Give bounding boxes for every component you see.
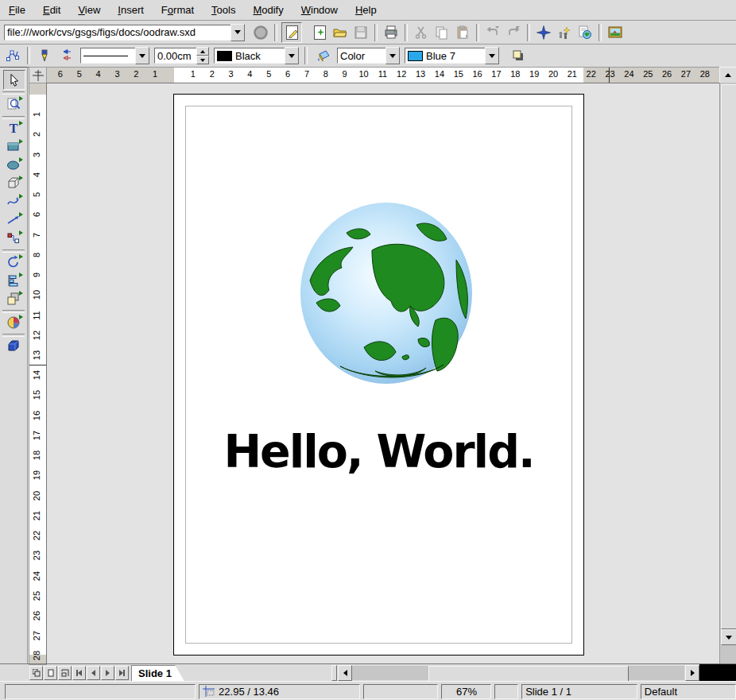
- ruler-tick-label: 3: [224, 69, 238, 79]
- hyperlink-button[interactable]: [575, 23, 595, 42]
- copy-icon: [435, 25, 449, 40]
- vertical-scrollbar-thumb[interactable]: [721, 84, 736, 629]
- page-style-field[interactable]: Default: [641, 684, 736, 699]
- insert-tool-button[interactable]: [3, 313, 24, 331]
- page[interactable]: Hello, World.: [173, 94, 584, 656]
- zoom-button[interactable]: [555, 23, 574, 42]
- scissors-icon: [414, 25, 428, 40]
- ruler-tick-label: 18: [508, 69, 522, 79]
- line-color-dropdown-button[interactable]: [285, 47, 299, 64]
- fill-color-value[interactable]: Blue 7: [405, 48, 485, 64]
- alignment-tool-button[interactable]: [3, 271, 24, 289]
- navigator-button[interactable]: [534, 23, 553, 42]
- line-style-dropdown-button[interactable]: [135, 47, 149, 64]
- menu-file[interactable]: File: [0, 2, 34, 17]
- url-dropdown-button[interactable]: [230, 24, 245, 41]
- ruler-tick-label: 21: [32, 509, 43, 523]
- ruler-tick-label: 28: [698, 69, 712, 79]
- ruler-tick-label: 5: [261, 69, 276, 79]
- curve-tool-button[interactable]: [3, 192, 24, 211]
- new-button[interactable]: [310, 23, 329, 42]
- redo-button[interactable]: [504, 23, 523, 42]
- fill-color-swatch: [408, 51, 423, 61]
- arrange-tool-button[interactable]: [3, 289, 24, 307]
- next-slide-button[interactable]: [101, 666, 114, 680]
- ruler-tick-label: 6: [32, 207, 43, 222]
- copy-button[interactable]: [432, 23, 451, 42]
- ruler-tick-label: 15: [32, 388, 43, 402]
- gallery-button[interactable]: [606, 23, 625, 42]
- view-mode-button-3[interactable]: [58, 666, 72, 680]
- undo-button[interactable]: [483, 23, 502, 42]
- rotate-tool-button[interactable]: [3, 253, 24, 271]
- globe-image[interactable]: [299, 201, 475, 385]
- url-input[interactable]: file:///work/cvs/gsgs/figs/docs/oodraw.s…: [4, 25, 230, 41]
- cursor-position-field[interactable]: 22.95 / 13.46: [199, 684, 360, 699]
- menu-edit[interactable]: Edit: [34, 2, 69, 17]
- menu-help[interactable]: Help: [347, 2, 385, 17]
- paste-button[interactable]: [453, 23, 472, 42]
- scrollbar-splitter[interactable]: [331, 665, 337, 681]
- zoom-field[interactable]: 67%: [441, 684, 491, 699]
- connector-tool-button[interactable]: [3, 229, 24, 247]
- edit-points-button[interactable]: [3, 46, 22, 65]
- menu-view[interactable]: View: [69, 2, 109, 17]
- fill-type-dropdown-button[interactable]: [385, 47, 400, 64]
- save-floppy-icon: [354, 25, 368, 40]
- view-mode-button-2[interactable]: [44, 666, 57, 680]
- previous-slide-button[interactable]: [87, 666, 100, 680]
- slide-tab-bar: Slide 1: [0, 663, 736, 682]
- hscroll-left-button[interactable]: [338, 665, 352, 681]
- slide-tab[interactable]: Slide 1: [131, 665, 184, 682]
- line-style-value[interactable]: [80, 48, 135, 64]
- ruler-tick-label: 20: [546, 69, 560, 79]
- horizontal-ruler[interactable]: 7654321123456789101112131415161718192021…: [46, 67, 721, 83]
- area-dialog-button[interactable]: [314, 46, 333, 65]
- line-color-value[interactable]: Black: [214, 48, 285, 64]
- vertical-scrollbar[interactable]: [719, 83, 736, 663]
- first-slide-button[interactable]: [72, 666, 86, 680]
- menu-tools[interactable]: Tools: [203, 2, 244, 17]
- 3d-objects-tool-button[interactable]: [3, 174, 24, 192]
- 3d-controller-button[interactable]: [3, 337, 24, 355]
- object-bar: 0.00cm Black Color Blue 7: [0, 44, 736, 68]
- ruler-tick-label: 6: [53, 69, 68, 79]
- cut-button[interactable]: [412, 23, 431, 42]
- scroll-up-button[interactable]: [719, 67, 736, 83]
- ellipse-tool-button[interactable]: [3, 156, 24, 174]
- line-width-input[interactable]: 0.00cm: [154, 48, 196, 64]
- menu-insert[interactable]: Insert: [109, 2, 153, 17]
- open-button[interactable]: [331, 23, 350, 42]
- horizontal-scrollbar[interactable]: [352, 666, 684, 680]
- hello-world-text[interactable]: Hello, World.: [174, 425, 583, 478]
- last-slide-button[interactable]: [115, 666, 129, 680]
- vertical-ruler[interactable]: 1234567891011121314151617181920212223242…: [29, 83, 47, 665]
- lines-arrows-tool-button[interactable]: [3, 211, 24, 229]
- shadow-toggle-button[interactable]: [509, 46, 528, 65]
- ruler-tick-label: 11: [32, 308, 43, 323]
- stop-button[interactable]: [251, 23, 270, 42]
- arrow-style-button[interactable]: [56, 46, 75, 65]
- ruler-tick-label: 22: [32, 528, 43, 543]
- rectangle-tool-button[interactable]: [3, 137, 24, 156]
- ruler-tick-label: 7: [46, 69, 48, 79]
- hscroll-right-button[interactable]: [685, 665, 699, 681]
- drawing-canvas[interactable]: Hello, World.: [46, 83, 720, 664]
- view-mode-button-1[interactable]: [29, 666, 43, 680]
- menu-format[interactable]: Format: [153, 2, 203, 17]
- spin-down-button[interactable]: [196, 56, 209, 64]
- print-button[interactable]: [382, 23, 401, 42]
- save-button[interactable]: [351, 23, 370, 42]
- line-dialog-button[interactable]: [35, 46, 54, 65]
- spin-up-button[interactable]: [196, 47, 209, 56]
- select-tool-button[interactable]: [3, 70, 25, 90]
- menu-modify[interactable]: Modify: [244, 2, 292, 17]
- scroll-down-button[interactable]: [721, 629, 736, 645]
- fill-type-value[interactable]: Color: [337, 48, 385, 64]
- menu-window[interactable]: Window: [292, 2, 347, 17]
- edit-file-button[interactable]: [281, 22, 302, 43]
- fill-color-dropdown-button[interactable]: [485, 47, 499, 64]
- zoom-tool-button[interactable]: [3, 95, 24, 113]
- horizontal-scrollbar-thumb[interactable]: [428, 666, 629, 682]
- text-tool-button[interactable]: T: [3, 119, 24, 137]
